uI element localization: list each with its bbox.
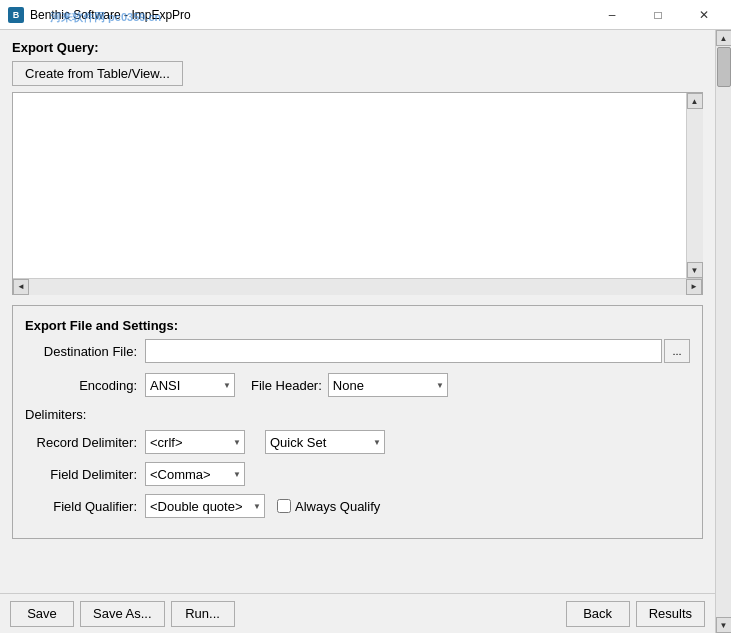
save-button[interactable]: Save xyxy=(10,601,74,627)
minimize-button[interactable]: – xyxy=(589,0,635,30)
scroll-up-arrow[interactable]: ▲ xyxy=(716,30,732,46)
bottom-toolbar: Save Save As... Run... Back Results xyxy=(0,593,715,633)
back-button[interactable]: Back xyxy=(566,601,630,627)
record-delimiter-label: Record Delimiter: xyxy=(25,435,145,450)
record-delimiter-select[interactable]: <crlf> <lf> <cr> <tab> xyxy=(145,430,245,454)
always-qualify-checkbox[interactable] xyxy=(277,499,291,513)
textarea-scroll-left[interactable]: ◄ xyxy=(13,279,29,295)
destination-row: Destination File: ... xyxy=(25,339,690,363)
encoding-select-wrapper: ANSI UTF-8 Unicode ▼ xyxy=(145,373,235,397)
bottom-left-buttons: Save Save As... Run... xyxy=(10,601,235,627)
main-vscrollbar[interactable]: ▲ ▼ xyxy=(715,30,731,633)
delimiters-label: Delimiters: xyxy=(25,407,690,422)
save-as-button[interactable]: Save As... xyxy=(80,601,165,627)
content-area: Export Query: Create from Table/View... … xyxy=(0,30,715,633)
scroll-track[interactable] xyxy=(716,46,732,617)
app-icon: B xyxy=(8,7,24,23)
scroll-down-arrow[interactable]: ▼ xyxy=(716,617,732,633)
textarea-scroll-right[interactable]: ► xyxy=(686,279,702,295)
field-qualifier-label: Field Qualifier: xyxy=(25,499,145,514)
encoding-label: Encoding: xyxy=(25,378,145,393)
create-from-table-button[interactable]: Create from Table/View... xyxy=(12,61,183,86)
always-qualify-label: Always Qualify xyxy=(295,499,380,514)
file-header-label: File Header: xyxy=(251,378,328,393)
run-button[interactable]: Run... xyxy=(171,601,235,627)
export-query-label: Export Query: xyxy=(12,40,703,55)
title-bar-controls: – □ ✕ xyxy=(589,0,727,30)
textarea-hscroll-track xyxy=(29,279,686,295)
file-header-select[interactable]: None Field Names Custom xyxy=(328,373,448,397)
query-textarea-container: ▲ ▼ ◄ ► xyxy=(12,92,703,295)
maximize-button[interactable]: □ xyxy=(635,0,681,30)
browse-button[interactable]: ... xyxy=(664,339,690,363)
scroll-panel: Export Query: Create from Table/View... … xyxy=(0,30,715,593)
destination-input[interactable] xyxy=(145,339,662,363)
always-qualify-wrapper: Always Qualify xyxy=(277,499,380,514)
textarea-scroll-up[interactable]: ▲ xyxy=(687,93,703,109)
export-query-section: Export Query: Create from Table/View... … xyxy=(12,40,703,295)
bottom-right-buttons: Back Results xyxy=(566,601,705,627)
title-bar: B Benthic Software - ImpExpPro – □ ✕ xyxy=(0,0,731,30)
field-delimiter-label: Field Delimiter: xyxy=(25,467,145,482)
file-header-select-wrapper: None Field Names Custom ▼ xyxy=(328,373,448,397)
close-button[interactable]: ✕ xyxy=(681,0,727,30)
title-bar-left: B Benthic Software - ImpExpPro xyxy=(8,7,191,23)
textarea-wrapper: ▲ ▼ xyxy=(13,93,702,278)
title-bar-text: Benthic Software - ImpExpPro xyxy=(30,8,191,22)
main-container: Export Query: Create from Table/View... … xyxy=(0,30,731,633)
quickset-select[interactable]: Quick Set Comma Delimited Tab Delimited xyxy=(265,430,385,454)
textarea-scroll-track xyxy=(687,109,703,262)
scroll-thumb[interactable] xyxy=(717,47,731,87)
textarea-scroll-down[interactable]: ▼ xyxy=(687,262,703,278)
field-delimiter-select[interactable]: <Comma> <Tab> <Semicolon> <Space> xyxy=(145,462,245,486)
destination-label: Destination File: xyxy=(25,344,145,359)
results-button[interactable]: Results xyxy=(636,601,705,627)
textarea-vscrollbar[interactable]: ▲ ▼ xyxy=(686,93,702,278)
query-textarea[interactable] xyxy=(13,93,686,278)
quickset-wrapper: Quick Set Comma Delimited Tab Delimited … xyxy=(265,430,385,454)
field-qualifier-select-wrapper: <Double quote> <Single quote> <None> ▼ xyxy=(145,494,265,518)
settings-section-label: Export File and Settings: xyxy=(25,318,690,333)
encoding-row: Encoding: ANSI UTF-8 Unicode ▼ File Head… xyxy=(25,373,690,397)
field-delimiter-select-wrapper: <Comma> <Tab> <Semicolon> <Space> ▼ xyxy=(145,462,245,486)
textarea-hscrollbar[interactable]: ◄ ► xyxy=(13,278,702,294)
encoding-select[interactable]: ANSI UTF-8 Unicode xyxy=(145,373,235,397)
record-delimiter-row: Record Delimiter: <crlf> <lf> <cr> <tab>… xyxy=(25,430,690,454)
settings-section: Export File and Settings: Destination Fi… xyxy=(12,305,703,539)
field-qualifier-select[interactable]: <Double quote> <Single quote> <None> xyxy=(145,494,265,518)
field-qualifier-row: Field Qualifier: <Double quote> <Single … xyxy=(25,494,690,518)
field-delimiter-row: Field Delimiter: <Comma> <Tab> <Semicolo… xyxy=(25,462,690,486)
record-delimiter-select-wrapper: <crlf> <lf> <cr> <tab> ▼ xyxy=(145,430,245,454)
